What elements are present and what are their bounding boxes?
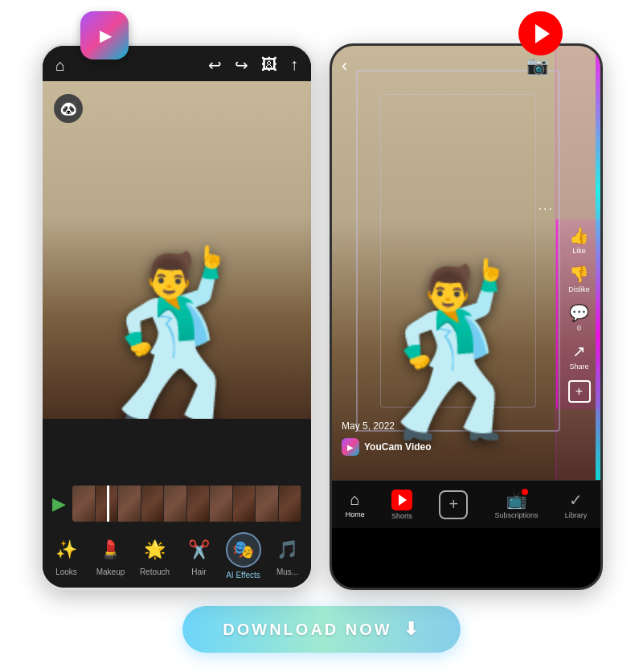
shorts-nav-icon <box>391 490 412 510</box>
looks-label: Looks <box>55 568 77 576</box>
timeline-strip[interactable] <box>72 486 301 522</box>
person-figure: 🕺 <box>76 258 277 419</box>
back-arrow[interactable]: ‹ <box>342 55 347 76</box>
frame-3 <box>118 486 141 522</box>
phones-row: ⌂ ↩ ↪ 🖼 ↑ 🐼 🕺 <box>40 19 603 590</box>
home-icon[interactable]: ⌂ <box>55 56 65 75</box>
subscriptions-nav-label: Subscriptions <box>495 511 539 519</box>
tools-row: ✨ Looks 💄 Makeup 🌟 Retouch ✂️ Hair <box>43 527 311 588</box>
video-preview: 🕺 <box>43 81 311 419</box>
youtube-nav: ⌂ Home Shorts + 📺 Subsc <box>332 480 600 528</box>
left-phone-frame: ⌂ ↩ ↪ 🖼 ↑ 🐼 🕺 <box>40 43 313 590</box>
right-person-figure: 🕺 <box>403 134 508 432</box>
right-video-area: ‹ 📷 🕺 ··· 👍 <box>332 46 600 480</box>
ai-effects-circle: 🎭 <box>226 532 261 568</box>
frame-7 <box>210 486 233 522</box>
frame-10 <box>279 486 302 522</box>
add-icon: + <box>568 380 591 403</box>
three-dots-icon[interactable]: ··· <box>539 202 554 216</box>
nav-subscriptions[interactable]: 📺 Subscriptions <box>495 490 539 519</box>
nav-shorts[interactable]: Shorts <box>391 490 412 520</box>
play-button[interactable]: ▶ <box>52 494 66 514</box>
tool-music[interactable]: 🎵 Mus... <box>268 535 308 576</box>
tool-looks[interactable]: ✨ Looks <box>47 535 87 576</box>
comment-action[interactable]: 💬 0 <box>569 303 589 332</box>
music-label: Mus... <box>276 568 298 576</box>
comment-count: 0 <box>577 324 581 332</box>
youcam-app-icon[interactable] <box>80 11 129 59</box>
frame-6 <box>187 486 211 522</box>
timeline-area: ▶ <box>43 479 311 533</box>
youtube-app-icon[interactable] <box>518 11 563 55</box>
tool-retouch[interactable]: 🌟 Retouch <box>135 535 175 576</box>
like-label: Like <box>572 247 586 255</box>
library-icon: ✓ <box>569 490 583 510</box>
makeup-icon: 💄 <box>96 535 125 564</box>
retouch-icon: 🌟 <box>141 535 170 564</box>
share-label: Share <box>569 363 588 371</box>
youtube-play-icon <box>535 24 550 43</box>
undo-icon[interactable]: ↩ <box>208 55 222 75</box>
camera-icon[interactable]: 📷 <box>526 55 548 76</box>
ai-effects-label: AI Effects <box>226 571 260 580</box>
nav-library[interactable]: ✓ Library <box>565 490 588 519</box>
frame-8 <box>233 486 256 522</box>
looks-icon: ✨ <box>52 535 81 564</box>
right-phone-frame: ‹ 📷 🕺 ··· 👍 <box>330 43 603 590</box>
gallery-icon[interactable]: 🖼 <box>261 55 277 75</box>
ai-effects-icon: 🎭 <box>229 535 258 564</box>
hair-icon: ✂️ <box>185 535 214 564</box>
dislike-icon: 👎 <box>569 264 589 284</box>
youcam-mini-logo: ▶ <box>342 438 359 456</box>
share-icon: ↗ <box>572 342 586 361</box>
shorts-nav-label: Shorts <box>391 512 412 520</box>
add-button[interactable]: + <box>439 490 468 519</box>
share-action[interactable]: ↗ Share <box>569 342 588 371</box>
makeup-label: Makeup <box>96 568 125 576</box>
tool-makeup[interactable]: 💄 Makeup <box>91 535 131 576</box>
notification-dot <box>522 489 528 495</box>
share-icon[interactable]: ↑ <box>290 55 298 75</box>
nav-home[interactable]: ⌂ Home <box>346 490 365 518</box>
side-actions: 👍 Like 👎 Dislike 💬 0 ↗ Share <box>556 219 600 409</box>
youcam-watermark-text: YouCam Video <box>364 441 432 453</box>
youcam-watermark: ▶ YouCam Video <box>342 438 432 456</box>
top-icons-group: ↩ ↪ 🖼 ↑ <box>208 55 298 75</box>
dislike-action[interactable]: 👎 Dislike <box>568 264 590 293</box>
subscriptions-icon: 📺 <box>506 490 526 510</box>
library-nav-label: Library <box>565 511 588 519</box>
redo-icon[interactable]: ↪ <box>235 55 248 75</box>
youtube-logo <box>518 11 563 55</box>
download-label: DOWNLOAD NOW <box>223 621 391 639</box>
frame-9 <box>256 486 279 522</box>
timeline-bar: ▶ <box>52 486 301 522</box>
dislike-label: Dislike <box>568 285 590 293</box>
frame-5 <box>164 486 187 522</box>
retouch-label: Retouch <box>140 568 170 576</box>
date-overlay: May 5, 2022 <box>342 420 395 432</box>
add-action[interactable]: + <box>568 380 591 403</box>
like-icon: 👍 <box>569 226 589 245</box>
download-icon: ⬇ <box>403 619 420 640</box>
comment-icon: 💬 <box>569 303 589 322</box>
frame-1 <box>72 486 96 522</box>
like-action[interactable]: 👍 Like <box>569 226 589 255</box>
user-avatar: 🐼 <box>54 94 83 123</box>
home-nav-label: Home <box>346 510 365 518</box>
music-icon: 🎵 <box>273 535 302 564</box>
frame-4 <box>141 486 165 522</box>
main-container: ⌂ ↩ ↪ 🖼 ↑ 🐼 🕺 <box>0 19 643 653</box>
timeline-cursor[interactable] <box>107 486 109 522</box>
home-nav-icon: ⌂ <box>350 490 360 509</box>
hair-label: Hair <box>191 568 206 576</box>
download-button[interactable]: DOWNLOAD NOW ⬇ <box>182 606 460 653</box>
tool-hair[interactable]: ✂️ Hair <box>179 535 219 576</box>
tool-ai-effects[interactable]: 🎭 AI Effects <box>223 532 264 580</box>
nav-add[interactable]: + <box>439 490 468 519</box>
